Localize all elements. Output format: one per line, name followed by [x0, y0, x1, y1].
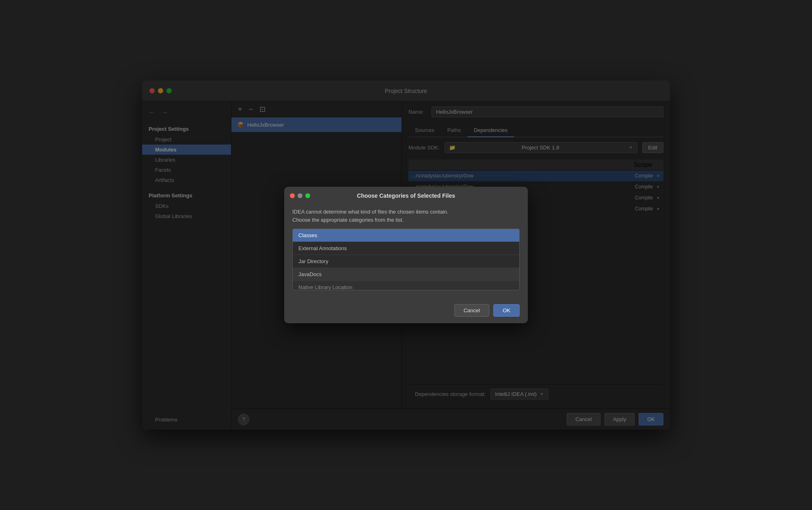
dialog-body: IDEA cannot determine what kind of files… [284, 203, 528, 300]
list-item[interactable]: External Annotations [293, 242, 519, 255]
dialog-minimize-button[interactable] [298, 193, 302, 198]
dialog-message: IDEA cannot determine what kind of files… [292, 208, 520, 224]
dialog-maximize-button[interactable] [305, 193, 310, 198]
dialog-cancel-button[interactable]: Cancel [454, 304, 489, 317]
dialog-traffic-lights [290, 193, 310, 198]
dialog-ok-button[interactable]: OK [493, 304, 520, 317]
dialog-close-button[interactable] [290, 193, 295, 198]
dialog-title-bar: Choose Categories of Selected Files [284, 187, 528, 203]
project-structure-window: Project Structure ← → Project Settings P… [142, 80, 670, 430]
list-item[interactable]: Jar Directory [293, 255, 519, 268]
categories-list: Classes External Annotations Jar Directo… [292, 229, 520, 290]
choose-categories-dialog: Choose Categories of Selected Files IDEA… [284, 187, 528, 323]
dialog-title: Choose Categories of Selected Files [291, 192, 521, 199]
dialog-overlay: Choose Categories of Selected Files IDEA… [142, 80, 670, 430]
dialog-footer: Cancel OK [284, 300, 528, 323]
list-item[interactable]: JavaDocs [293, 268, 519, 281]
list-item[interactable]: Classes [293, 229, 519, 242]
list-item[interactable]: Native Library Location [293, 281, 519, 290]
